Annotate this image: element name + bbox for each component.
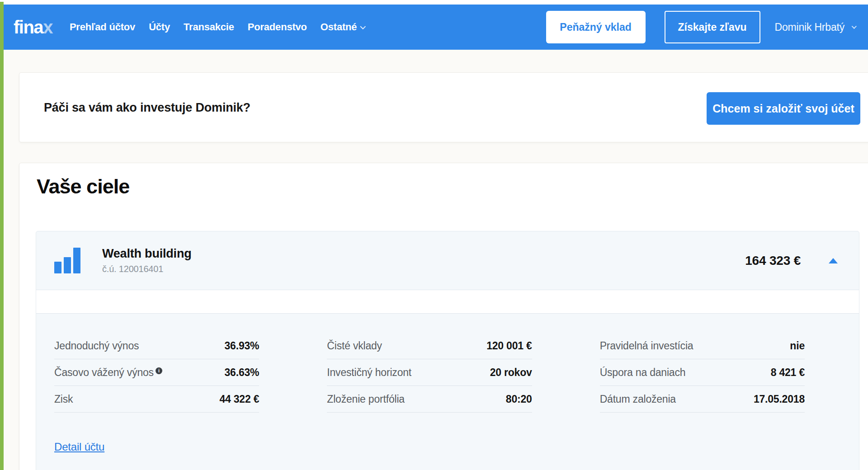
stat-label: Úspora na daniach bbox=[600, 367, 686, 379]
goal-account-number: č.ú. 120016401 bbox=[102, 264, 191, 274]
nav-links: Prehľad účtov Účty Transakcie Poradenstv… bbox=[70, 21, 365, 33]
stat-value: 36.93% bbox=[225, 340, 259, 352]
invite-banner-card: Páči sa vám ako investuje Dominik? Chcem… bbox=[19, 72, 868, 142]
main-navbar: finax Prehľad účtov Účty Transakcie Pora… bbox=[4, 5, 868, 50]
top-strip bbox=[0, 0, 868, 5]
collapse-arrow-icon[interactable] bbox=[829, 258, 838, 263]
stat-label: Dátum založenia bbox=[600, 393, 676, 405]
goal-titles: Wealth building č.ú. 120016401 bbox=[102, 247, 191, 274]
left-accent-stripe bbox=[0, 2, 4, 470]
bar-chart-icon bbox=[54, 248, 80, 273]
stat-value: 80:20 bbox=[506, 393, 532, 405]
goal-stats: Jednoduchý výnos 36.93% Časovo vážený vý… bbox=[36, 314, 859, 413]
stat-row: Časovo vážený výnosi 36.63% bbox=[54, 359, 259, 386]
user-menu[interactable]: Dominik Hrbatý bbox=[775, 21, 856, 33]
stat-row: Čisté vklady 120 001 € bbox=[327, 333, 532, 359]
stat-label: Časovo vážený výnosi bbox=[54, 367, 162, 379]
stat-row: Úspora na daniach 8 421 € bbox=[600, 359, 805, 386]
nav-item-prehlad-uctov[interactable]: Prehľad účtov bbox=[70, 21, 135, 33]
goals-section-card: Vaše ciele Wealth building č.ú. 12001640… bbox=[19, 163, 868, 470]
stat-value: nie bbox=[790, 340, 805, 352]
logo-x: x bbox=[43, 17, 52, 37]
stat-value: 120 001 € bbox=[486, 340, 532, 352]
nav-item-poradenstvo[interactable]: Poradenstvo bbox=[248, 21, 307, 33]
info-icon[interactable]: i bbox=[156, 367, 162, 374]
nav-item-ostatne[interactable]: Ostatné bbox=[321, 21, 366, 33]
deposit-button[interactable]: Peňažný vklad bbox=[546, 11, 646, 43]
stat-row: Zloženie portfólia 80:20 bbox=[327, 386, 532, 413]
goal-header[interactable]: Wealth building č.ú. 120016401 164 323 € bbox=[36, 231, 859, 290]
stat-label: Zisk bbox=[54, 393, 73, 405]
user-chevron-down-icon bbox=[852, 24, 857, 29]
account-detail-link[interactable]: Detail účtu bbox=[54, 441, 104, 453]
stat-row: Dátum založenia 17.05.2018 bbox=[600, 386, 805, 413]
user-name: Dominik Hrbatý bbox=[775, 21, 844, 33]
stat-value: 17.05.2018 bbox=[754, 393, 805, 405]
stat-row: Pravidelná investícia nie bbox=[600, 333, 805, 359]
logo-text: fina bbox=[14, 17, 43, 37]
stat-value: 8 421 € bbox=[771, 367, 805, 379]
nav-item-transakcie[interactable]: Transakcie bbox=[184, 21, 234, 33]
goal-name: Wealth building bbox=[102, 247, 191, 261]
chevron-down-icon bbox=[360, 24, 366, 29]
discount-button[interactable]: Získajte zľavu bbox=[665, 11, 760, 43]
open-account-button[interactable]: Chcem si založiť svoj účet bbox=[707, 92, 860, 125]
stat-row: Investičný horizont 20 rokov bbox=[327, 359, 532, 386]
stat-column: Pravidelná investícia nie Úspora na dani… bbox=[600, 333, 805, 413]
stat-value: 44 322 € bbox=[219, 393, 259, 405]
goal-header-gap bbox=[36, 290, 859, 314]
finax-logo[interactable]: finax bbox=[14, 18, 52, 36]
stat-row: Zisk 44 322 € bbox=[54, 386, 259, 413]
stat-value: 36.63% bbox=[225, 367, 259, 379]
stat-value: 20 rokov bbox=[490, 367, 532, 379]
stat-label: Pravidelná investícia bbox=[600, 340, 693, 352]
stat-column: Jednoduchý výnos 36.93% Časovo vážený vý… bbox=[54, 333, 259, 413]
stat-label: Zloženie portfólia bbox=[327, 393, 405, 405]
stat-label: Investičný horizont bbox=[327, 367, 411, 379]
stat-column: Čisté vklady 120 001 € Investičný horizo… bbox=[327, 333, 532, 413]
stat-label: Čisté vklady bbox=[327, 340, 382, 352]
banner-title: Páči sa vám ako investuje Dominik? bbox=[44, 100, 250, 114]
goal-total-value: 164 323 € bbox=[745, 254, 801, 268]
stat-label: Jednoduchý výnos bbox=[54, 340, 139, 352]
goals-section-title: Vaše ciele bbox=[37, 175, 129, 198]
goal-card: Wealth building č.ú. 120016401 164 323 €… bbox=[36, 231, 859, 470]
nav-item-ucty[interactable]: Účty bbox=[149, 21, 170, 33]
stat-row: Jednoduchý výnos 36.93% bbox=[54, 333, 259, 359]
